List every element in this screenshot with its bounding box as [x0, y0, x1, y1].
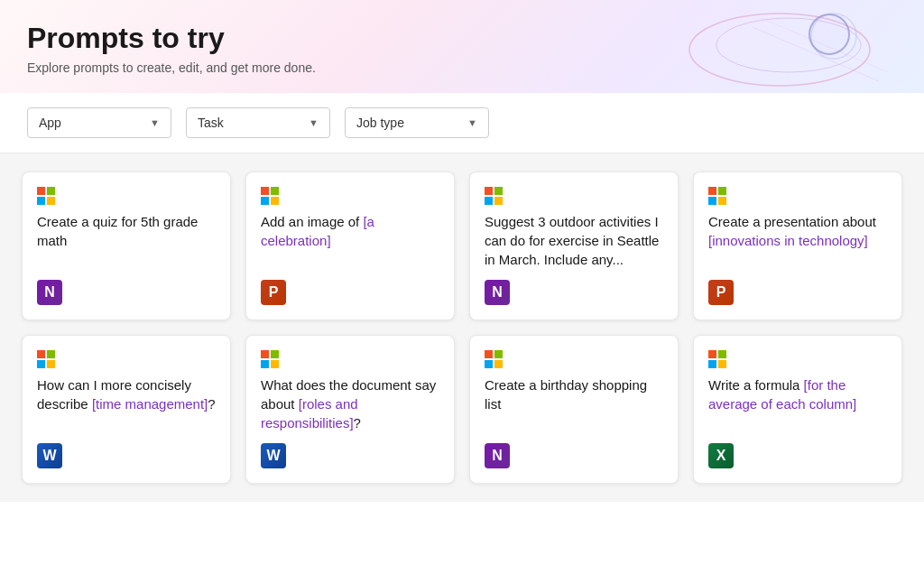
- card-text: Write a formula [for the average of each…: [708, 375, 887, 413]
- word-icon: W: [37, 443, 62, 468]
- card-top: Create a birthday shopping list: [485, 350, 663, 413]
- card-text: How can I more concisely describe [time …: [37, 375, 216, 413]
- card-top: How can I more concisely describe [time …: [37, 350, 216, 413]
- card-bottom: P: [261, 280, 439, 305]
- card-card-4[interactable]: Create a presentation about [innovations…: [693, 171, 902, 320]
- microsoft-logo-icon: [261, 350, 279, 368]
- card-top: Suggest 3 outdoor activities I can do fo…: [485, 187, 663, 269]
- card-card-1[interactable]: Create a quiz for 5th grade mathN: [22, 171, 231, 320]
- card-text: What does the document say about [roles …: [261, 375, 439, 432]
- powerpoint-icon: P: [708, 280, 734, 305]
- card-bottom: X: [708, 443, 887, 468]
- card-card-7[interactable]: Create a birthday shopping listN: [469, 335, 679, 484]
- card-bottom: W: [261, 443, 439, 468]
- microsoft-logo-icon: [261, 187, 279, 205]
- card-top: Add an image of [a celebration]: [261, 187, 439, 250]
- card-top: Create a quiz for 5th grade math: [37, 187, 216, 250]
- card-text: Suggest 3 outdoor activities I can do fo…: [485, 212, 663, 269]
- card-bottom: P: [708, 280, 887, 305]
- microsoft-logo-icon: [708, 350, 726, 368]
- microsoft-logo-icon: [37, 350, 55, 368]
- microsoft-logo-icon: [708, 187, 726, 205]
- onenote-icon: N: [37, 280, 62, 305]
- app-filter[interactable]: App ▼: [27, 107, 171, 138]
- app-filter-chevron: ▼: [150, 117, 160, 128]
- microsoft-logo-icon: [485, 350, 503, 368]
- card-bottom: N: [485, 280, 663, 305]
- powerpoint-icon: P: [261, 280, 286, 305]
- microsoft-logo-icon: [485, 187, 503, 205]
- job-type-filter-chevron: ▼: [467, 117, 477, 128]
- page-title: Prompts to try: [27, 22, 897, 55]
- card-card-6[interactable]: What does the document say about [roles …: [245, 335, 455, 484]
- card-text: Add an image of [a celebration]: [261, 212, 439, 250]
- onenote-icon: N: [485, 280, 510, 305]
- excel-icon: X: [708, 443, 734, 468]
- card-text: Create a presentation about [innovations…: [708, 212, 887, 250]
- filters-bar: App ▼ Task ▼ Job type ▼: [0, 93, 924, 153]
- header: Prompts to try Explore prompts to create…: [0, 0, 924, 93]
- card-bottom: N: [485, 443, 663, 468]
- card-top: Write a formula [for the average of each…: [708, 350, 887, 413]
- microsoft-logo-icon: [37, 187, 55, 205]
- onenote-icon: N: [485, 443, 510, 468]
- card-card-8[interactable]: Write a formula [for the average of each…: [693, 335, 902, 484]
- task-filter[interactable]: Task ▼: [186, 107, 330, 138]
- card-card-3[interactable]: Suggest 3 outdoor activities I can do fo…: [469, 171, 679, 320]
- card-top: Create a presentation about [innovations…: [708, 187, 887, 250]
- page-subtitle: Explore prompts to create, edit, and get…: [27, 60, 897, 75]
- card-card-2[interactable]: Add an image of [a celebration]P: [245, 171, 455, 320]
- task-filter-chevron: ▼: [309, 117, 319, 128]
- cards-grid: Create a quiz for 5th grade mathNAdd an …: [0, 153, 924, 502]
- word-icon: W: [261, 443, 286, 468]
- card-text: Create a birthday shopping list: [485, 375, 663, 413]
- card-bottom: W: [37, 443, 216, 468]
- card-text: Create a quiz for 5th grade math: [37, 212, 216, 250]
- card-card-5[interactable]: How can I more concisely describe [time …: [22, 335, 231, 484]
- card-top: What does the document say about [roles …: [261, 350, 439, 432]
- card-bottom: N: [37, 280, 216, 305]
- job-type-filter[interactable]: Job type ▼: [345, 107, 489, 138]
